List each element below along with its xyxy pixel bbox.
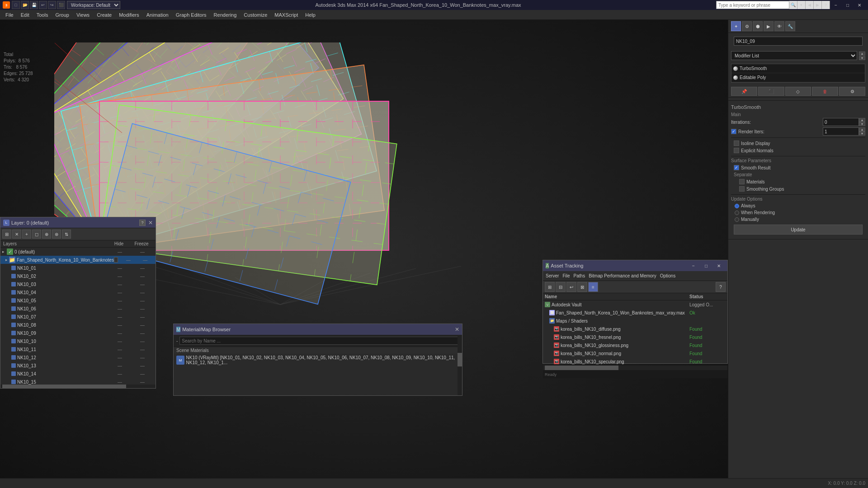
layers-new-btn[interactable]: ⊞ — [2, 230, 11, 239]
menu-modifiers[interactable]: Modifiers — [115, 10, 143, 20]
new-btn[interactable]: □ — [12, 1, 20, 9]
layers-expand-btn[interactable]: ⇅ — [62, 230, 71, 239]
utilities-tab-icon[interactable]: 🔧 — [785, 21, 795, 31]
asset-item-diffuse[interactable]: 📷 korea_bills_NK10_diffuse.png Found — [543, 325, 727, 333]
asset-maximize-btn[interactable]: □ — [700, 261, 712, 271]
redo-btn[interactable]: ↪ — [48, 1, 56, 9]
asset-item-fresnel[interactable]: 📷 korea_bills_NK10_fresnel.png Found — [543, 333, 727, 341]
iterations-input[interactable] — [823, 118, 859, 126]
menu-views[interactable]: Views — [73, 10, 93, 20]
materials-checkbox[interactable] — [739, 179, 745, 184]
menu-graph-editors[interactable]: Graph Editors — [172, 10, 210, 20]
layer-item-nk10-13[interactable]: NK10_13 — — — [0, 361, 156, 370]
material-browser-scrollbar[interactable] — [458, 335, 462, 395]
iterations-up-icon[interactable]: ▲ — [859, 118, 865, 122]
smoothing-groups-checkbox[interactable] — [739, 186, 745, 192]
asset-tool-1[interactable]: ⊞ — [545, 282, 555, 292]
menu-group[interactable]: Group — [52, 10, 73, 20]
layer-fan-checkbox[interactable] — [114, 257, 118, 263]
menu-tools[interactable]: Tools — [33, 10, 52, 20]
material-item[interactable]: M NK10 (VRayMtl) [NK10_01, NK10_02, NK10… — [174, 354, 462, 366]
layer-item-nk10-08[interactable]: NK10_08 — — — [0, 321, 156, 329]
layer-expand-icon-0[interactable]: ▸ — [2, 249, 7, 254]
asset-item-max-file[interactable]: ⬜ Fan_Shaped_North_Korea_10_Won_Banknote… — [543, 309, 727, 317]
layer-item-nk10-05[interactable]: NK10_05 — — — [0, 296, 156, 305]
material-search-input[interactable] — [179, 337, 459, 345]
motion-tab-icon[interactable]: ▶ — [764, 21, 774, 31]
search-submit-icon[interactable]: 🔍 — [789, 1, 797, 9]
layers-merge-btn[interactable]: ⊛ — [52, 230, 61, 239]
menu-maxscript[interactable]: MAXScript — [271, 10, 302, 20]
isoline-display-checkbox[interactable] — [734, 141, 739, 146]
modifier-turbosmooth[interactable]: TurboSmooth — [731, 64, 865, 73]
display-tab-icon[interactable]: 👁 — [774, 21, 784, 31]
object-name-input[interactable] — [734, 37, 863, 46]
layer-item-nk10-07[interactable]: NK10_07 — — — [0, 313, 156, 321]
layer-item-nk10-15[interactable]: NK10_15 — — — [0, 378, 156, 385]
menu-help[interactable]: Help — [302, 10, 319, 20]
render-iters-up-icon[interactable]: ▲ — [859, 127, 865, 131]
layers-find-btn[interactable]: ⊕ — [42, 230, 51, 239]
create-tab-icon[interactable]: ✦ — [731, 21, 741, 31]
layer-item-nk10-04[interactable]: NK10_04 — — — [0, 288, 156, 296]
modifier-list-down-icon[interactable]: ▼ — [859, 56, 865, 60]
make-unique-btn[interactable]: ◇ — [785, 87, 811, 96]
explicit-normals-checkbox[interactable] — [734, 148, 739, 153]
layer-item-nk10-12[interactable]: NK10_12 — — — [0, 353, 156, 361]
menu-customize[interactable]: Customize — [240, 10, 271, 20]
menu-animation[interactable]: Animation — [143, 10, 172, 20]
layer-expand-icon-fan[interactable]: ▸ — [5, 258, 9, 262]
menu-rendering[interactable]: Rendering — [210, 10, 241, 20]
asset-menu-server[interactable]: Server — [546, 273, 559, 278]
remove-modifier-btn[interactable]: 🗑 — [812, 87, 838, 96]
asset-tool-3[interactable]: ↩ — [566, 282, 576, 292]
asset-tool-4[interactable]: ⊠ — [577, 282, 587, 292]
asset-tool-2[interactable]: ⊟ — [556, 282, 566, 292]
render-iters-input[interactable] — [823, 127, 859, 136]
minimize-button[interactable]: − — [830, 0, 842, 10]
search-help-icon[interactable]: ? — [821, 1, 830, 9]
configure-btn[interactable]: ⚙ — [839, 87, 865, 96]
layer-item-nk10-01[interactable]: NK10_01 — — — [0, 264, 156, 272]
asset-menu-file[interactable]: File — [562, 273, 570, 278]
pin-stack-btn[interactable]: 📌 — [731, 87, 757, 96]
update-manually-radio[interactable] — [735, 217, 739, 222]
update-always-radio[interactable] — [735, 204, 739, 208]
asset-close-btn[interactable]: ✕ — [713, 261, 725, 271]
search-next-icon[interactable]: ▶ — [813, 1, 821, 9]
workspace-select[interactable]: Workspace: Default — [67, 1, 120, 9]
menu-file[interactable]: File — [2, 10, 17, 20]
layer-item-nk10-10[interactable]: NK10_10 — — — [0, 337, 156, 345]
hierarchy-tab-icon[interactable]: ⬢ — [753, 21, 763, 31]
layer-item-nk10-14[interactable]: NK10_14 — — — [0, 370, 156, 378]
iterations-down-icon[interactable]: ▼ — [859, 122, 865, 126]
layers-scrollbar[interactable] — [0, 385, 156, 388]
camera-btn[interactable]: ⬛ — [57, 1, 65, 9]
layer-item-nk10-09[interactable]: NK10_09 — — — [0, 329, 156, 337]
layers-delete-btn[interactable]: ✕ — [12, 230, 21, 239]
layers-select-btn[interactable]: ◻ — [32, 230, 41, 239]
asset-help-icon[interactable]: ? — [716, 282, 726, 292]
maximize-button[interactable]: □ — [842, 0, 854, 10]
layer-item-nk10-11[interactable]: NK10_11 — — — [0, 345, 156, 353]
asset-item-vault[interactable]: V Autodesk Vault Logged O... — [543, 300, 727, 309]
asset-tracking-hscrollbar[interactable] — [543, 366, 727, 370]
layer-item-0-default[interactable]: ▸ ✓ 0 (default) — — — [0, 248, 156, 256]
asset-item-specular[interactable]: 📷 korea_bills_NK10_specular.png Found — [543, 357, 727, 366]
render-iters-checkbox[interactable] — [731, 129, 736, 134]
modify-tab-icon[interactable]: ⚙ — [742, 21, 752, 31]
smooth-result-checkbox[interactable] — [734, 165, 739, 170]
update-button[interactable]: Update — [734, 225, 863, 235]
asset-item-maps[interactable]: 📁 Maps / Shaders — [543, 317, 727, 325]
menu-create[interactable]: Create — [93, 10, 115, 20]
modifier-list-dropdown[interactable]: Modifier List — [731, 51, 857, 60]
render-iters-down-icon[interactable]: ▼ — [859, 131, 865, 136]
layers-add-obj-btn[interactable]: + — [22, 230, 31, 239]
asset-menu-bitmap-perf[interactable]: Bitmap Performance and Memory — [589, 273, 656, 278]
material-browser-close-btn[interactable]: ✕ — [455, 326, 459, 333]
asset-item-glossiness[interactable]: 📷 korea_bills_NK10_glossiness.png Found — [543, 341, 727, 349]
update-when-rendering-radio[interactable] — [735, 211, 739, 215]
asset-tool-5[interactable]: ≡ — [588, 282, 598, 292]
show-end-result-btn[interactable]: ⬛ — [758, 87, 784, 96]
layers-close-btn[interactable]: ✕ — [148, 220, 153, 226]
